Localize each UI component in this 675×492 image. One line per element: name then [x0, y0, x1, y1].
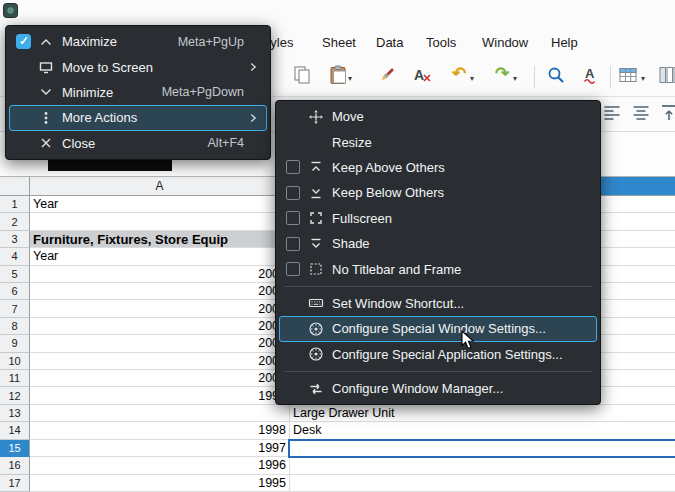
titlebar: [0, 0, 675, 28]
minimize-icon: [38, 84, 62, 100]
more-actions-item-configure-window-manager[interactable]: Configure Window Manager...: [279, 376, 597, 401]
menubar-item-help[interactable]: Help: [551, 35, 578, 50]
row-header-12[interactable]: 12: [0, 387, 30, 404]
borders-dropdown-caret[interactable]: ▾: [641, 74, 645, 83]
align-center-icon[interactable]: [631, 103, 653, 125]
select-all-corner[interactable]: [0, 177, 30, 196]
checkbox-unchecked: [286, 211, 308, 225]
cell-a3[interactable]: Furniture, Fixtures, Store Equip: [30, 231, 290, 248]
redo-icon[interactable]: ↷: [492, 63, 512, 84]
checkbox-unchecked: [286, 160, 308, 174]
row-header-10[interactable]: 10: [0, 353, 30, 370]
columns-icon[interactable]: [658, 65, 675, 87]
cell-b17[interactable]: [290, 475, 675, 492]
settings-icon: [308, 346, 332, 362]
row-header-14[interactable]: 14: [0, 422, 30, 439]
menubar-item-tools[interactable]: Tools: [426, 35, 456, 50]
app-icon[interactable]: [3, 3, 18, 18]
cell-a7[interactable]: 2004: [30, 300, 290, 317]
cell-a14[interactable]: 1998: [30, 422, 290, 439]
window-menu-item-close[interactable]: CloseAlt+F4: [9, 131, 267, 156]
screen: StylesSheetDataToolsWindowHelp ▾ A ↶ ▾ ↷…: [0, 0, 675, 492]
row-header-6[interactable]: 6: [0, 283, 30, 300]
row-header-7[interactable]: 7: [0, 300, 30, 317]
menu-item-label: Minimize: [62, 85, 162, 100]
row-header-16[interactable]: 16: [0, 457, 30, 474]
more-actions-item-resize[interactable]: Resize: [279, 129, 597, 154]
cell-b13[interactable]: Large Drawer Unit: [290, 405, 675, 422]
cell-a10[interactable]: 2001: [30, 353, 290, 370]
borders-icon[interactable]: [618, 65, 640, 87]
menu-item-label: Close: [62, 136, 208, 151]
clone-formatting-icon[interactable]: [377, 65, 399, 87]
menu-item-label: Configure Special Window Settings...: [332, 321, 576, 336]
cell-a5[interactable]: 2006: [30, 266, 290, 283]
cell-a15[interactable]: 1997: [30, 440, 290, 457]
cell-a11[interactable]: 2000: [30, 370, 290, 387]
submenu-arrow-icon: [246, 111, 260, 125]
window-menu-item-maximize[interactable]: MaximizeMeta+PgUp: [9, 29, 267, 54]
align-left-icon[interactable]: [602, 103, 624, 125]
undo-dropdown-caret[interactable]: ▾: [470, 74, 474, 83]
row-header-1[interactable]: 1: [0, 196, 30, 213]
more-actions-item-move[interactable]: Move: [279, 104, 597, 129]
menu-item-label: Fullscreen: [332, 211, 576, 226]
menubar-item-sheet[interactable]: Sheet: [322, 35, 356, 50]
window-context-menu: MaximizeMeta+PgUpMove to ScreenMinimizeM…: [5, 25, 271, 160]
align-top-icon[interactable]: [659, 103, 675, 125]
menubar-item-data[interactable]: Data: [376, 35, 403, 50]
menu-item-shortcut: Alt+F4: [208, 136, 246, 150]
cell-a9[interactable]: 2002: [30, 335, 290, 352]
copy-icon[interactable]: [292, 65, 314, 87]
menu-item-label: Move: [332, 109, 576, 124]
row-header-11[interactable]: 11: [0, 370, 30, 387]
more-actions-item-keep-below-others[interactable]: Keep Below Others: [279, 180, 597, 205]
more-actions-item-configure-special-application-settings[interactable]: Configure Special Application Settings..…: [279, 342, 597, 367]
cell-a6[interactable]: 2005: [30, 283, 290, 300]
row-header-4[interactable]: 4: [0, 248, 30, 265]
paste-dropdown-caret[interactable]: ▾: [348, 74, 352, 83]
row-header-3[interactable]: 3: [0, 231, 30, 248]
find-and-replace-icon[interactable]: [546, 65, 568, 87]
more-actions-item-keep-above-others[interactable]: Keep Above Others: [279, 155, 597, 180]
window-menu-item-minimize[interactable]: MinimizeMeta+PgDown: [9, 80, 267, 105]
undo-icon[interactable]: ↶: [449, 63, 469, 84]
redo-dropdown-caret[interactable]: ▾: [513, 74, 517, 83]
window-menu-item-more-actions[interactable]: More Actions: [9, 105, 267, 130]
more-actions-item-configure-special-window-settings[interactable]: Configure Special Window Settings...: [279, 316, 597, 341]
more-actions-icon: [38, 110, 62, 126]
cell-a4[interactable]: Year: [30, 248, 290, 265]
menu-item-label: No Titlebar and Frame: [332, 262, 576, 277]
row-header-17[interactable]: 17: [0, 475, 30, 492]
more-actions-item-no-titlebar-and-frame[interactable]: No Titlebar and Frame: [279, 256, 597, 281]
spelling-icon[interactable]: A: [581, 65, 603, 87]
cell-a13[interactable]: [30, 405, 290, 422]
more-actions-item-set-window-shortcut[interactable]: Set Window Shortcut...: [279, 291, 597, 316]
cell-a8[interactable]: 2003: [30, 318, 290, 335]
window-menu-item-move-to-screen[interactable]: Move to Screen: [9, 54, 267, 79]
row-header-5[interactable]: 5: [0, 266, 30, 283]
more-actions-item-shade[interactable]: Shade: [279, 231, 597, 256]
row-header-8[interactable]: 8: [0, 318, 30, 335]
row-header-9[interactable]: 9: [0, 335, 30, 352]
cell-a12[interactable]: 1999: [30, 387, 290, 404]
paste-icon[interactable]: [328, 65, 350, 87]
row-header-2[interactable]: 2: [0, 213, 30, 230]
row-header-15[interactable]: 15: [0, 440, 30, 457]
clear-formatting-icon[interactable]: A: [412, 65, 434, 87]
cell-a1[interactable]: Year: [30, 196, 290, 213]
row-header-13[interactable]: 13: [0, 405, 30, 422]
menu-item-label: Move to Screen: [62, 60, 244, 75]
more-actions-item-fullscreen[interactable]: Fullscreen: [279, 206, 597, 231]
menu-item-label: More Actions: [62, 110, 244, 125]
cell-a2[interactable]: [30, 213, 290, 230]
menu-separator: [284, 371, 592, 372]
menubar-item-window[interactable]: Window: [482, 35, 528, 50]
cell-b16[interactable]: [290, 457, 675, 474]
maximize-icon: [38, 34, 62, 50]
cell-a17[interactable]: 1995: [30, 475, 290, 492]
cell-a16[interactable]: 1996: [30, 457, 290, 474]
cell-b14[interactable]: Desk: [290, 422, 675, 439]
selected-cell[interactable]: [288, 439, 675, 458]
column-header-a[interactable]: A: [30, 177, 290, 196]
